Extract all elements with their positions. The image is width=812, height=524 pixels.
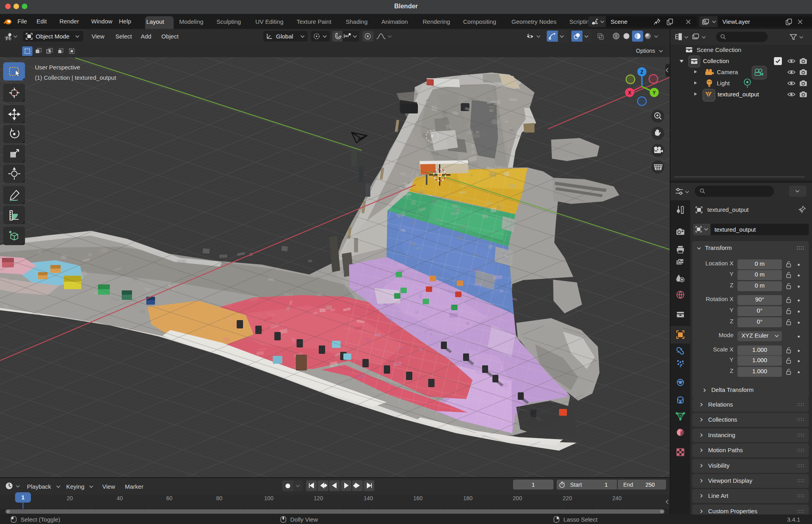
svg-text:Y: Y	[653, 90, 656, 96]
svg-text:X: X	[628, 90, 631, 96]
svg-text:Z: Z	[640, 69, 643, 75]
